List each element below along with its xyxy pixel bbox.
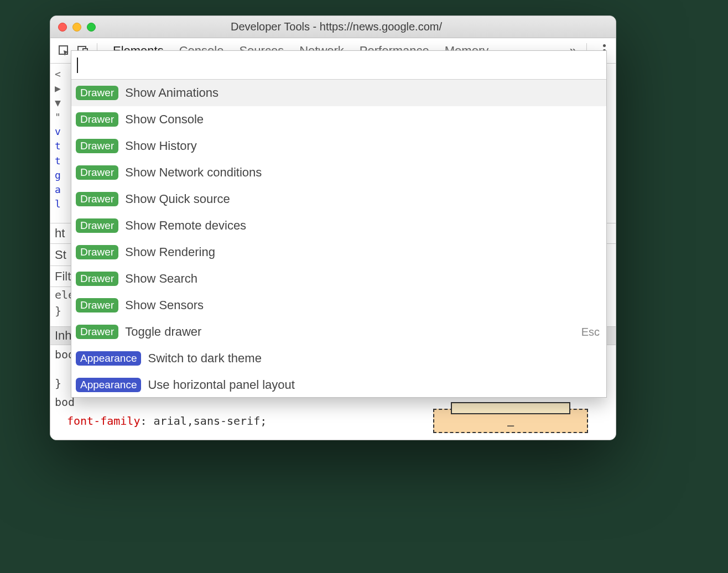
command-category-badge: Drawer: [76, 165, 118, 180]
command-label: Show Console: [125, 112, 593, 127]
filter-label: Filt: [55, 269, 71, 284]
css-property: font-family: [67, 414, 140, 428]
box-model-border: [451, 402, 570, 414]
command-item[interactable]: Drawer Show Animations: [71, 80, 606, 106]
box-model-margin[interactable]: –: [433, 409, 588, 433]
command-category-badge: Appearance: [76, 378, 141, 392]
command-category-badge: Drawer: [76, 192, 118, 206]
command-item[interactable]: Appearance Switch to dark theme: [71, 345, 606, 372]
command-category-badge: Drawer: [76, 325, 118, 339]
svg-rect-0: [59, 46, 67, 54]
command-category-badge: Drawer: [76, 298, 118, 312]
command-label: Show Animations: [125, 86, 593, 100]
command-item[interactable]: Drawer Show Console: [71, 106, 606, 133]
command-label: Show Rendering: [125, 245, 593, 259]
command-item[interactable]: Drawer Show History: [71, 133, 606, 159]
command-category-badge: Drawer: [76, 112, 118, 127]
command-category-badge: Appearance: [76, 351, 141, 366]
styles-tab-label: St: [55, 248, 66, 262]
command-category-badge: Drawer: [76, 86, 118, 100]
command-item[interactable]: Drawer Show Search: [71, 265, 606, 292]
command-label: Show Quick source: [125, 192, 593, 206]
text-cursor: [77, 58, 78, 73]
command-item[interactable]: Drawer Show Quick source: [71, 186, 606, 212]
close-icon[interactable]: [58, 23, 67, 32]
css-colon: :: [140, 414, 153, 428]
command-item[interactable]: Drawer Toggle drawer Esc: [71, 319, 606, 345]
devtools-window: Developer Tools - https://news.google.co…: [50, 15, 616, 440]
command-label: Show Remote devices: [125, 218, 593, 233]
inherited-label: Inh: [55, 329, 72, 343]
code-line: font-family: arial,sans-serif;: [55, 411, 382, 430]
command-label: Show History: [125, 139, 593, 153]
command-item[interactable]: Appearance Use horizontal panel layout: [71, 372, 606, 398]
box-model-value: –: [507, 418, 514, 433]
command-label: Use horizontal panel layout: [148, 378, 593, 392]
command-label: Show Sensors: [125, 298, 593, 312]
command-category-badge: Drawer: [76, 218, 118, 233]
css-value: arial,sans-serif;: [154, 414, 267, 428]
command-input[interactable]: [71, 51, 606, 80]
window-title: Developer Tools - https://news.google.co…: [96, 20, 577, 33]
zoom-icon[interactable]: [87, 23, 96, 32]
command-category-badge: Drawer: [76, 272, 118, 286]
command-label: Toggle drawer: [125, 325, 574, 339]
minimize-icon[interactable]: [72, 23, 81, 32]
command-category-badge: Drawer: [76, 245, 118, 259]
window-controls: [50, 23, 96, 32]
command-item[interactable]: Drawer Show Remote devices: [71, 212, 606, 239]
titlebar: Developer Tools - https://news.google.co…: [50, 16, 616, 38]
command-item[interactable]: Drawer Show Rendering: [71, 239, 606, 265]
command-item[interactable]: Drawer Show Network conditions: [71, 159, 606, 186]
command-label: Show Search: [125, 272, 593, 286]
command-label: Switch to dark theme: [148, 351, 593, 366]
command-item[interactable]: Drawer Show Sensors: [71, 292, 606, 319]
command-label: Show Network conditions: [125, 165, 593, 180]
command-shortcut: Esc: [581, 326, 600, 338]
command-category-badge: Drawer: [76, 139, 118, 153]
command-list: Drawer Show Animations Drawer Show Conso…: [71, 80, 606, 398]
breadcrumb-text: ht: [55, 226, 65, 241]
command-menu: Drawer Show Animations Drawer Show Conso…: [71, 50, 607, 398]
